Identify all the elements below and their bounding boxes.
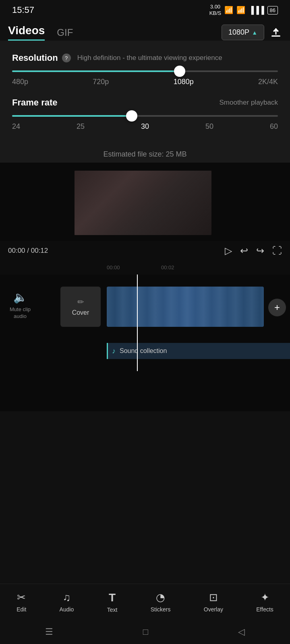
tab-gif[interactable]: GIF <box>57 27 73 38</box>
sound-track[interactable]: ♪ Sound collection <box>107 343 290 359</box>
sound-collection-label: Sound collection <box>120 347 167 355</box>
fullscreen-button[interactable]: ⛶ <box>272 245 282 256</box>
add-clip-button[interactable]: + <box>268 299 286 316</box>
rewind-button[interactable]: ↩ <box>240 245 248 256</box>
frame-rate-track <box>12 115 278 117</box>
resolution-fill <box>12 70 180 72</box>
export-button[interactable] <box>270 27 282 39</box>
settings-panel: Resolution ? High definition - the ultim… <box>0 41 290 142</box>
effects-icon: ✦ <box>261 591 269 604</box>
fps-label-50: 50 <box>205 122 213 131</box>
thumb-color <box>75 171 211 235</box>
signal-icon: 📶 <box>236 6 245 14</box>
fps-label-30: 30 <box>141 122 149 131</box>
tool-overlay[interactable]: ⊡ Overlay <box>204 591 223 613</box>
music-note-icon: ♪ <box>112 347 116 355</box>
text-icon: T <box>109 591 116 604</box>
frame-rate-labels: 24 25 30 50 60 <box>12 122 278 131</box>
status-time: 15:57 <box>12 5 34 15</box>
frame-rate-header: Frame rate Smoother playback <box>12 97 278 108</box>
frame-rate-fill <box>12 115 132 117</box>
res-label-480p: 480p <box>12 78 28 86</box>
overlay-icon: ⊡ <box>209 591 218 604</box>
add-icon: + <box>274 302 280 313</box>
status-icons: 3.00KB/S 📶 📶 ▐▐▐ 86 <box>209 4 278 16</box>
play-button[interactable]: ▷ <box>225 245 232 256</box>
resolution-section-header: Resolution ? High definition - the ultim… <box>12 53 278 63</box>
mute-label: Mute clipaudio <box>10 306 31 320</box>
mute-icon: 🔈 <box>13 291 27 304</box>
time-separator: / <box>27 247 31 254</box>
frame-rate-section: Frame rate Smoother playback 24 25 30 50… <box>12 97 278 131</box>
nav-home-button[interactable]: □ <box>143 627 148 637</box>
playhead <box>137 275 138 371</box>
resolution-slider[interactable]: 480p 720p 1080p 2K/4K <box>12 70 278 86</box>
timeline-spacer <box>0 371 290 411</box>
chevron-up-icon: ▲ <box>252 29 257 36</box>
cover-tile[interactable]: ✏ Cover <box>60 287 101 327</box>
playback-controls: 00:00 / 00:12 ▷ ↩ ↪ ⛶ <box>0 241 290 260</box>
smoother-label: Smoother playback <box>219 99 278 107</box>
frame-rate-slider[interactable]: 24 25 30 50 60 <box>12 115 278 131</box>
current-time: 00:00 <box>8 247 25 254</box>
network-speed: 3.00KB/S <box>209 4 222 16</box>
text-label: Text <box>107 607 118 613</box>
bottom-toolbar: ✂ Edit ♫ Audio T Text ◔ Stickers ⊡ Overl… <box>0 584 290 620</box>
svg-rect-0 <box>271 35 280 37</box>
file-size-display: Estimated file size: 25 MB <box>0 142 290 163</box>
resolution-description: High definition - the ultimate viewing e… <box>77 54 222 62</box>
export-icon <box>270 27 282 39</box>
res-label-1080p: 1080p <box>174 78 194 86</box>
cellular-icon: ▐▐▐ <box>249 6 264 14</box>
video-thumbnail <box>75 171 211 235</box>
frame-rate-thumb[interactable] <box>126 110 137 122</box>
audio-icon: ♫ <box>63 591 71 604</box>
total-time: 00:12 <box>31 247 48 254</box>
overlay-label: Overlay <box>204 606 223 613</box>
resolution-label: 1080P <box>228 28 249 37</box>
fps-label-24: 24 <box>12 122 20 131</box>
ruler-00-02: 00:02 <box>161 264 174 270</box>
resolution-title: Resolution <box>12 53 58 63</box>
tool-stickers[interactable]: ◔ Stickers <box>151 591 171 613</box>
video-clip[interactable] <box>107 287 264 327</box>
nav-bar: ☰ □ ◁ <box>0 620 290 644</box>
tool-effects[interactable]: ✦ Effects <box>256 591 273 613</box>
status-bar: 15:57 3.00KB/S 📶 📶 ▐▐▐ 86 <box>0 0 290 20</box>
ruler-00-00: 00:00 <box>107 264 120 270</box>
cover-edit-icon: ✏ <box>77 297 84 307</box>
timeline-area[interactable]: 🔈 Mute clipaudio ✏ Cover + ♪ Sound colle… <box>0 275 290 371</box>
tool-edit[interactable]: ✂ Edit <box>17 591 26 613</box>
fps-label-25: 25 <box>77 122 85 131</box>
res-label-2k4k: 2K/4K <box>258 78 278 86</box>
tool-audio[interactable]: ♫ Audio <box>60 591 74 613</box>
timeline-ruler: 00:00 00:02 <box>0 260 290 275</box>
mute-clip-button[interactable]: 🔈 Mute clipaudio <box>10 291 31 320</box>
resolution-button[interactable]: 1080P ▲ <box>222 25 264 40</box>
tab-videos[interactable]: Videos <box>8 24 45 41</box>
stickers-label: Stickers <box>151 606 171 613</box>
scissors-icon: ✂ <box>17 591 26 604</box>
fps-label-60: 60 <box>270 122 278 131</box>
file-size-label: Estimated file size: 25 MB <box>103 150 186 158</box>
nav-menu-button[interactable]: ☰ <box>45 627 53 637</box>
resolution-help-icon[interactable]: ? <box>62 54 71 62</box>
nav-back-button[interactable]: ◁ <box>238 627 245 637</box>
forward-button[interactable]: ↪ <box>256 245 264 256</box>
clip-content <box>107 287 264 327</box>
effects-label: Effects <box>256 606 273 613</box>
frame-rate-title: Frame rate <box>12 97 58 108</box>
battery-indicator: 86 <box>267 6 278 14</box>
wifi-icon: 📶 <box>224 6 233 14</box>
stickers-icon: ◔ <box>156 591 165 604</box>
res-label-720p: 720p <box>93 78 109 86</box>
resolution-labels: 480p 720p 1080p 2K/4K <box>12 78 278 86</box>
edit-label: Edit <box>17 606 26 613</box>
tool-text[interactable]: T Text <box>107 591 118 613</box>
video-preview <box>0 163 290 241</box>
time-display: 00:00 / 00:12 <box>8 247 48 255</box>
header: Videos GIF 1080P ▲ <box>0 20 290 41</box>
resolution-thumb[interactable] <box>174 66 185 77</box>
cover-label: Cover <box>72 309 89 316</box>
audio-label: Audio <box>60 606 74 613</box>
